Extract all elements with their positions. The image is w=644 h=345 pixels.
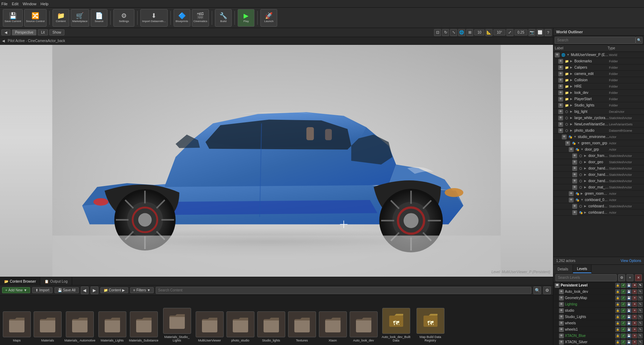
level-item[interactable]: 👁 Auto_look_dev 🔒 ✓ 💾 ✕ ✎	[553, 289, 644, 295]
levels-close-btn[interactable]: ✕	[635, 274, 642, 281]
expand-arrow[interactable]: ▼	[581, 198, 585, 201]
save-btn[interactable]: 💾	[626, 333, 631, 338]
visibility-eye-icon[interactable]: 👁	[558, 128, 563, 133]
vp-angle-icon[interactable]: 📐	[485, 29, 492, 36]
remove-btn[interactable]: ✕	[632, 283, 637, 288]
expand-arrow[interactable]: ▼	[577, 142, 581, 145]
content-button[interactable]: 📁 Content	[52, 9, 69, 27]
remove-btn[interactable]: ✕	[632, 302, 637, 307]
level-visibility-icon[interactable]: 👁	[559, 296, 564, 301]
expand-arrow[interactable]: ▶	[570, 91, 574, 94]
world-outliner-item[interactable]: 👁 ⬡ ▶ door_geo StaticMeshActor	[553, 159, 644, 165]
visibility-eye-icon[interactable]: 👁	[558, 97, 563, 102]
vp-scale-value-icon[interactable]: ⤢	[506, 29, 513, 36]
expand-arrow[interactable]: ▶	[570, 110, 574, 113]
save-btn[interactable]: 💾	[626, 308, 631, 313]
content-browser-folder[interactable]: Materials_Substance	[129, 311, 159, 342]
nav-forward-btn[interactable]: ▶	[91, 287, 98, 294]
expand-arrow[interactable]: ▶	[570, 66, 574, 69]
world-outliner-item[interactable]: 👁 ⬡ ▶ door_frame_geo StaticMeshActor	[553, 153, 644, 159]
lock-btn[interactable]: 🔒	[615, 321, 620, 326]
levels-add-btn[interactable]: +	[626, 274, 634, 281]
edit-btn[interactable]: ✎	[638, 289, 643, 294]
visibility-eye-icon[interactable]: 👁	[562, 134, 567, 139]
world-outliner-item[interactable]: 👁 📁 ▶ HRE Folder	[553, 83, 644, 90]
tab-content-browser[interactable]: 📂 Content Browser	[0, 277, 40, 285]
vp-nav-back[interactable]: ◀	[1, 29, 10, 35]
remove-btn[interactable]: ✕	[632, 333, 637, 338]
world-outliner-item[interactable]: 👁 🎭 ▼ corkboard_002_grp Actor	[553, 197, 644, 203]
level-visibility-icon[interactable]: 👁	[555, 283, 560, 288]
world-outliner-item[interactable]: 👁 ⬡ ▶ corkboard_002_geo StaticMeshActor	[553, 203, 644, 209]
save-btn[interactable]: 💾	[626, 283, 631, 288]
level-visibility-icon[interactable]: 👁	[559, 333, 564, 338]
build-button[interactable]: 🔧 Build	[215, 9, 232, 27]
remove-btn[interactable]: ✕	[632, 327, 637, 332]
expand-arrow[interactable]: ▶	[570, 60, 574, 63]
visibility-eye-icon[interactable]: 👁	[558, 109, 563, 114]
lock-btn[interactable]: 🔒	[615, 308, 620, 313]
expand-arrow[interactable]: ▼	[567, 53, 571, 56]
save-btn[interactable]: 💾	[626, 321, 631, 326]
settings-button[interactable]: ⚙ Settings	[113, 9, 134, 27]
content-browser-folder[interactable]: 🗺 Auto_look_dev_Built Data	[380, 308, 412, 342]
expand-arrow[interactable]: ▶	[584, 154, 588, 157]
vp-scale-value[interactable]: 0.25	[514, 29, 527, 35]
expand-arrow[interactable]: ▶	[570, 123, 574, 126]
visibility-eye-icon[interactable]: 👁	[555, 53, 560, 57]
level-item[interactable]: 👁 Lighting 🔒 ✓ 💾 ✕ ✎	[553, 301, 644, 308]
save-btn[interactable]: 💾	[626, 302, 631, 307]
vp-world-icon[interactable]: 🌐	[458, 29, 465, 36]
world-outliner-item[interactable]: 👁 🎭 ▶ green_room_prop_grp Actor	[553, 191, 644, 197]
vp-scale-icon[interactable]: ⤡	[450, 29, 457, 36]
edit-btn[interactable]: ✎	[638, 302, 643, 307]
level-visibility-icon[interactable]: 👁	[559, 340, 564, 345]
source-button[interactable]: 📄 Source	[91, 9, 107, 27]
cinematics-button[interactable]: 🎬 Cinematics	[192, 9, 209, 27]
visibility-eye-icon[interactable]: 👁	[572, 172, 577, 177]
vp-maximize-icon[interactable]: ⬜	[537, 29, 544, 36]
expand-arrow[interactable]: ▶	[570, 97, 574, 101]
world-outliner-item[interactable]: 👁 📁 ▶ Studio_lights Folder	[553, 102, 644, 109]
vp-camera-icon[interactable]: 📷	[528, 29, 536, 36]
visibility-eye-icon[interactable]: 👁	[558, 71, 563, 76]
lock-btn[interactable]: 🔒	[615, 333, 620, 338]
level-item[interactable]: 👁 XTAON_Blue 🔒 ✓ 💾 ✕ ✎	[553, 333, 644, 339]
expand-arrow[interactable]: ▶	[570, 72, 574, 75]
world-outliner-item[interactable]: 👁 🎭 ▼ studio_environment_grp Actor	[553, 134, 644, 140]
save-all-button[interactable]: 💾 Save All	[55, 287, 79, 293]
expand-arrow[interactable]: ▶	[570, 85, 574, 88]
visibility-eye-icon[interactable]: 👁	[572, 160, 577, 165]
edit-btn[interactable]: ✎	[638, 296, 643, 301]
world-outliner-item[interactable]: 👁 🎭 ▼ green_room_grp Actor	[553, 140, 644, 146]
level-visibility-icon[interactable]: 👁	[559, 327, 564, 332]
world-outliner-item[interactable]: 👁 ⬡ ▶ big_light DecalActor	[553, 109, 644, 115]
lock-btn[interactable]: 🔒	[615, 289, 620, 294]
menu-window[interactable]: Window	[23, 2, 36, 6]
world-outliner-item[interactable]: 👁 ⬡ ▶ door_handle_stem_ge... StaticMeshA…	[553, 172, 644, 178]
content-browser-folder[interactable]: Maps	[3, 311, 31, 342]
expand-arrow[interactable]: ▶	[584, 205, 588, 208]
tab-levels[interactable]: Levels	[573, 265, 592, 273]
edit-btn[interactable]: ✎	[638, 283, 643, 288]
save-button[interactable]: 💾 Save Current	[3, 9, 23, 27]
vp-help-icon[interactable]: ?	[545, 29, 552, 36]
world-outliner-search-input[interactable]	[555, 37, 636, 44]
expand-arrow[interactable]: ▶	[570, 104, 574, 107]
world-outliner-item[interactable]: 👁 🌐 ▼ MultiUserViewer_P (Editor) World	[553, 52, 644, 58]
lock-btn[interactable]: 🔒	[615, 315, 620, 319]
visibility-eye-icon[interactable]: 👁	[569, 147, 574, 152]
world-outliner-item[interactable]: 👁 📁 ▶ Collision Folder	[553, 77, 644, 83]
remove-btn[interactable]: ✕	[632, 315, 637, 319]
visible-btn[interactable]: ✓	[621, 296, 626, 301]
edit-btn[interactable]: ✎	[638, 308, 643, 313]
visible-btn[interactable]: ✓	[621, 315, 626, 319]
world-outliner-item[interactable]: 👁 ⬡ ▶ NewLevelVariantSets2 LevelVariantS…	[553, 121, 644, 127]
edit-btn[interactable]: ✎	[638, 333, 643, 338]
visible-btn[interactable]: ✓	[621, 333, 626, 338]
visibility-eye-icon[interactable]: 👁	[565, 141, 570, 146]
settings-icon-btn[interactable]: ⚙	[543, 287, 551, 294]
menu-help[interactable]: Help	[41, 2, 49, 6]
visible-btn[interactable]: ✓	[621, 340, 626, 345]
save-btn[interactable]: 💾	[626, 315, 631, 319]
